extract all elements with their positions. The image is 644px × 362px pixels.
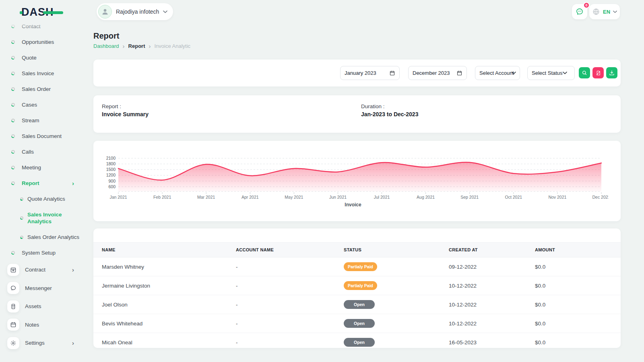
cell-created-at: 10-12-2022 — [449, 276, 535, 295]
sidebar-item-system-setup[interactable]: System Setup — [0, 245, 85, 261]
sidebar-item-messenger[interactable]: Messenger — [0, 279, 85, 298]
search-button[interactable] — [579, 67, 590, 78]
table-header-row: NAME ACCOUNT NAME STATUS CREATED AT AMOU… — [93, 243, 621, 257]
sidebar-item-assets[interactable]: Assets — [0, 297, 85, 316]
svg-text:2100: 2100 — [106, 156, 116, 160]
sidebar-item-sales-invoice-analytics[interactable]: Sales Invoice Analytics — [0, 207, 85, 229]
sidebar-item-label: System Setup — [22, 250, 56, 256]
chart-caption: Invoice — [97, 202, 609, 208]
clear-search-icon — [595, 70, 601, 76]
table-row: Jermaine Livingston-Partialy Paid10-12-2… — [93, 276, 621, 295]
sidebar-item-settings[interactable]: Settings› — [0, 334, 85, 352]
person-icon — [101, 7, 109, 16]
sidebar-item-meeting[interactable]: Meeting — [0, 160, 85, 175]
cell-name: Jermaine Livingston — [93, 276, 236, 295]
sidebar-item-sales-document[interactable]: Sales Document — [0, 128, 85, 144]
chevron-down-icon — [613, 10, 617, 13]
chevron-right-icon: › — [72, 266, 78, 273]
sidebar-item-sales-order-analytics[interactable]: Sales Order Analytics — [0, 229, 85, 245]
table-row: Marsden Whitney-Partialy Paid09-12-2022$… — [93, 257, 621, 276]
sidebar-item-cases[interactable]: Cases — [0, 97, 85, 113]
sidebar-item-contact[interactable]: Contact — [0, 19, 85, 34]
svg-text:1200: 1200 — [106, 173, 116, 177]
column-created-at: CREATED AT — [449, 243, 535, 257]
sidebar-item-stream[interactable]: Stream — [0, 113, 85, 128]
cell-created-at: 10-12-2022 — [449, 314, 535, 333]
sidebar-item-label: Report — [22, 180, 39, 186]
status-badge: Open — [344, 300, 375, 309]
cell-account-name: - — [236, 333, 344, 352]
cell-status: Partialy Paid — [344, 257, 449, 276]
sidebar-item-contract[interactable]: Contract› — [0, 261, 85, 279]
sidebar-item-label: Sales Invoice Analytics — [27, 211, 76, 225]
end-date-value: December 2023 — [413, 70, 456, 76]
svg-text:May 2021: May 2021 — [285, 195, 303, 200]
language-code: EN — [603, 9, 610, 15]
svg-text:Sep 2021: Sep 2021 — [460, 195, 479, 200]
sidebar-item-quote[interactable]: Quote — [0, 50, 85, 66]
chevron-right-icon: › — [72, 180, 78, 187]
sidebar-item-label: Sales Document — [22, 133, 62, 139]
breadcrumb: Dashboard › Report › Invoice Analytic — [93, 43, 190, 49]
chevron-right-icon: › — [72, 339, 78, 346]
cell-amount: $0.0 — [535, 257, 621, 276]
bullet-icon — [11, 103, 15, 107]
bullet-icon — [11, 87, 15, 91]
svg-text:600: 600 — [108, 184, 116, 189]
start-date-input[interactable]: January 2023 — [340, 66, 400, 80]
bullet-icon — [20, 216, 23, 220]
sidebar-item-notes[interactable]: Notes — [0, 316, 85, 334]
sidebar-item-label: Meeting — [22, 165, 41, 171]
bullet-icon — [11, 25, 15, 28]
chevron-right-icon: › — [123, 43, 125, 49]
sidebar-nav: ContactOpportunitiesQuoteSales InvoiceSa… — [0, 19, 85, 352]
svg-text:Jun 2021: Jun 2021 — [329, 195, 347, 200]
globe-icon — [592, 8, 600, 16]
download-button[interactable] — [606, 67, 617, 78]
sidebar-item-label: Settings — [25, 340, 45, 346]
sidebar-item-sales-invoice[interactable]: Sales Invoice — [0, 66, 85, 81]
messages-button[interactable]: 0 — [572, 4, 587, 19]
bullet-icon — [11, 119, 15, 122]
chevron-right-icon: › — [149, 43, 151, 49]
svg-text:900: 900 — [108, 179, 116, 183]
logo-dash-bar — [43, 11, 63, 14]
messages-count-badge: 0 — [583, 2, 590, 8]
clear-search-button[interactable] — [592, 67, 604, 78]
sidebar-item-label: Notes — [25, 322, 39, 328]
chat-bubble-icon — [575, 7, 584, 16]
end-date-input[interactable]: December 2023 — [408, 66, 467, 80]
breadcrumb-report[interactable]: Report — [128, 43, 145, 49]
sidebar-item-calls[interactable]: Calls — [0, 144, 85, 160]
company-selector[interactable]: Rajodiya infotech — [97, 3, 173, 20]
bullet-icon — [11, 134, 15, 138]
status-badge: Partialy Paid — [344, 262, 377, 271]
duration-value: Jan-2023 to Dec-2023 — [361, 111, 418, 117]
sidebar-item-sales-order[interactable]: Sales Order — [0, 81, 85, 97]
table-row: Bevis Whitehead-Open10-12-2022$0.0 — [93, 314, 621, 333]
account-select[interactable]: Select Account — [475, 66, 520, 80]
bullet-icon — [11, 150, 15, 154]
cell-account-name: - — [236, 276, 344, 295]
sidebar-item-label: Contact — [22, 23, 41, 29]
svg-text:Aug 2021: Aug 2021 — [417, 195, 435, 200]
invoice-table-card: NAME ACCOUNT NAME STATUS CREATED AT AMOU… — [93, 228, 621, 348]
account-select-value: Select Account — [479, 70, 514, 76]
bullet-icon — [20, 197, 23, 201]
invoice-table: NAME ACCOUNT NAME STATUS CREATED AT AMOU… — [93, 242, 621, 352]
sidebar-item-label: Assets — [25, 303, 41, 309]
report-value: Invoice Summary — [102, 111, 149, 117]
sidebar-item-quote-analytics[interactable]: Quote Analytics — [0, 191, 85, 207]
notes-icon — [7, 319, 19, 331]
language-selector[interactable]: EN — [589, 4, 620, 19]
chevron-down-icon — [563, 72, 567, 74]
sidebar-item-opportunities[interactable]: Opportunities — [0, 34, 85, 50]
download-icon — [609, 70, 615, 76]
report-label: Report : — [102, 103, 149, 109]
cell-created-at: 16-05-2023 — [449, 333, 535, 352]
status-select[interactable]: Select Status — [527, 66, 575, 80]
sidebar-item-report[interactable]: Report› — [0, 175, 85, 191]
app-logo[interactable]: DASH — [21, 6, 54, 19]
breadcrumb-dashboard[interactable]: Dashboard — [93, 43, 119, 49]
status-badge: Partialy Paid — [344, 281, 377, 290]
